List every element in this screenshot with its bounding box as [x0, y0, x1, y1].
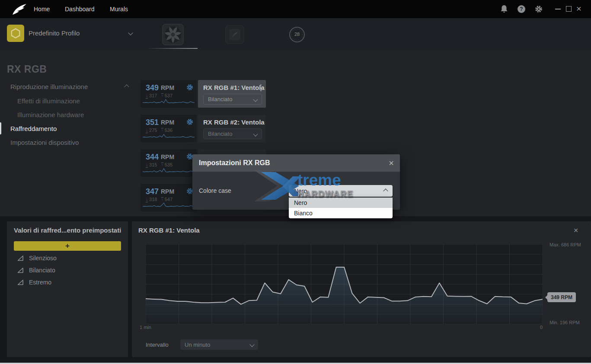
profile-selector-label[interactable]: Predefinito Profilo: [29, 29, 80, 37]
case-color-label: Colore case: [199, 187, 231, 194]
curve-ramp-icon: [17, 255, 24, 261]
fan-chart-panel: RX RGB #1: Ventola × Max. 686 RPM Min. 1…: [132, 221, 591, 357]
fan-device-icon: [162, 24, 184, 45]
active-tab-underline: [148, 48, 198, 49]
fan1-kebab-menu-icon[interactable]: [260, 84, 262, 91]
case-color-value: Nero: [289, 188, 384, 195]
fan1-rpm-value: 349: [146, 83, 159, 93]
sidebar-item-illuminazione-hardware[interactable]: Illuminazione hardware: [17, 111, 84, 119]
device-tab-secondary[interactable]: [225, 25, 244, 44]
chart-x-end-label: 0: [540, 325, 543, 330]
current-rpm-badge: 349 RPM: [547, 292, 576, 302]
fan2-rpm-value: 351: [146, 118, 159, 127]
hub-device-badge: 28: [288, 32, 306, 37]
max-arrow-icon: ↑: [161, 93, 163, 98]
max-arrow-icon: ↑: [161, 163, 163, 167]
preset-label: Bilanciato: [29, 267, 55, 274]
option-nero[interactable]: Nero: [289, 198, 393, 208]
fan3-rpm-tile: 344 RPM ↓ 315 ↑ 535: [141, 149, 197, 177]
fan1-preset-value: Bilanciato: [204, 96, 254, 102]
chart-close-icon[interactable]: ×: [572, 227, 580, 234]
fan2-settings-gear-icon[interactable]: [186, 118, 193, 125]
preset-item-silenzioso[interactable]: Silenzioso: [17, 254, 57, 262]
fan1-card[interactable]: RX RGB #1: Ventola Bilanciato: [198, 80, 266, 108]
fan1-name: RX RGB #1: Ventola: [203, 84, 265, 91]
interval-value: Un minuto: [180, 342, 250, 348]
preset-label: Silenzioso: [29, 255, 57, 262]
fan1-sparkline: [143, 98, 195, 107]
fan4-sparkline: [143, 202, 195, 211]
corsair-logo-icon: [12, 3, 27, 15]
fan2-card[interactable]: RX RGB #2: Ventola Bilanciato: [198, 115, 266, 142]
window-close-button[interactable]: ×: [575, 3, 583, 14]
chart-title: RX RGB #1: Ventola: [138, 227, 200, 234]
fan2-rpm-tile: 351 RPM ↓ 275 ↑ 536: [141, 115, 197, 142]
sidebar-title: RX RGB: [7, 64, 47, 75]
help-icon[interactable]: ?: [517, 5, 526, 13]
curve-ramp-icon: [17, 279, 24, 285]
chevron-down-icon: [249, 342, 254, 347]
hexagon-profile-icon: [11, 28, 20, 38]
fan4-rpm-tile: 347 RPM ↓ 318 ↑ 547: [141, 184, 197, 211]
fan3-rpm-unit: RPM: [161, 153, 174, 160]
preset-label: Estremo: [29, 279, 51, 286]
rpm-history-chart: [146, 244, 543, 324]
sidebar-item-raffreddamento[interactable]: Raffreddamento: [10, 125, 57, 133]
nav-murals[interactable]: Murals: [110, 5, 128, 13]
fan1-preset-select[interactable]: Bilanciato: [203, 94, 262, 105]
case-color-options: Nero Bianco: [289, 198, 393, 218]
profile-avatar[interactable]: [7, 25, 24, 42]
chevron-up-icon: [383, 188, 388, 193]
sidebar-item-impostazioni-dispositivo[interactable]: Impostazioni dispositivo: [10, 139, 79, 147]
curve-ramp-icon: [17, 267, 24, 273]
fan3-rpm-value: 344: [146, 153, 159, 162]
modal-title: Impostazioni RX RGB: [199, 159, 270, 167]
fan3-sparkline: [143, 167, 195, 176]
cooling-presets-panel: Valori di raffred...ento preimpostati + …: [7, 221, 128, 357]
max-arrow-icon: ↑: [161, 197, 163, 202]
chart-x-start-label: 1 min: [140, 325, 151, 330]
max-arrow-icon: ↑: [161, 128, 163, 133]
interval-label: Intervallo: [146, 342, 169, 348]
help-glyph: ?: [518, 5, 525, 13]
preset-item-estremo[interactable]: Estremo: [17, 278, 51, 286]
sidebar-item-riproduzione-illuminazione[interactable]: Riproduzione illuminazione: [10, 83, 88, 91]
fan1-settings-gear-icon[interactable]: [186, 84, 193, 91]
nav-dashboard[interactable]: Dashboard: [65, 5, 95, 13]
window-minimize-button[interactable]: [555, 9, 561, 10]
sidebar-chevron-up-icon[interactable]: [124, 84, 129, 89]
chevron-down-icon: [253, 97, 258, 102]
notifications-bell-icon[interactable]: [500, 5, 508, 13]
fan2-preset-value: Bilanciato: [204, 131, 254, 137]
fan1-rpm-tile: 349 RPM ↓ 317 ↑ 537: [141, 80, 197, 108]
fan4-rpm-value: 347: [146, 187, 159, 196]
settings-gear-icon[interactable]: [535, 5, 543, 13]
icue-window: Home Dashboard Murals ? × Predefinito Pr…: [0, 0, 591, 364]
active-item-indicator: [0, 122, 1, 134]
presets-title: Valori di raffred...ento preimpostati: [14, 227, 121, 234]
fan2-sparkline: [143, 133, 195, 141]
device-tab-fan[interactable]: [162, 24, 184, 45]
chart-max-label: Max. 686 RPM: [549, 242, 581, 247]
modal-close-icon[interactable]: ×: [389, 159, 394, 167]
secondary-device-icon: [225, 25, 244, 44]
add-preset-button[interactable]: +: [14, 241, 121, 251]
option-bianco[interactable]: Bianco: [289, 208, 393, 218]
fan4-rpm-unit: RPM: [161, 188, 174, 195]
device-tab-hub[interactable]: 28: [288, 26, 306, 44]
case-color-select[interactable]: Nero: [289, 185, 393, 197]
interval-select[interactable]: Un minuto: [180, 339, 258, 350]
window-maximize-button[interactable]: [566, 6, 572, 12]
nav-home[interactable]: Home: [34, 5, 50, 13]
preset-item-bilanciato[interactable]: Bilanciato: [17, 266, 55, 274]
fan1-rpm-unit: RPM: [161, 84, 174, 91]
fan2-name: RX RGB #2: Ventola: [203, 118, 265, 126]
chart-min-label: Min. 196 RPM: [549, 320, 580, 325]
fan2-rpm-unit: RPM: [161, 119, 174, 126]
fan2-preset-select[interactable]: Bilanciato: [203, 128, 262, 139]
sidebar-item-effetti-di-illuminazione[interactable]: Effetti di illuminazione: [17, 97, 80, 105]
chevron-down-icon: [253, 131, 258, 136]
titlebar: Home Dashboard Murals ? ×: [0, 0, 591, 18]
